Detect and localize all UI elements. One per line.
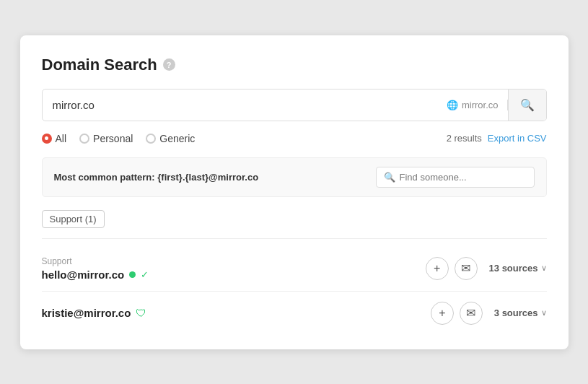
find-search-icon: 🔍 [384,172,395,183]
help-icon[interactable]: ? [163,58,175,71]
radio-personal [79,134,89,144]
mail-button-1[interactable]: ✉ [455,257,478,280]
table-row: Support hello@mirror.co ✓ + ✉ 13 sources… [42,249,547,288]
filter-all[interactable]: All [42,133,67,144]
mail-icon-1: ✉ [461,261,470,275]
domain-tag: 🌐 mirror.co [438,100,508,110]
chevron-down-icon-1: ∨ [541,263,547,273]
search-bar: 🌐 mirror.co 🔍 [42,89,547,121]
domain-search-card: Domain Search ? 🌐 mirror.co 🔍 All Person… [20,35,569,349]
filter-row: All Personal Generic 2 results Export in… [42,133,547,144]
email-left-1: Support hello@mirror.co ✓ [42,256,426,281]
globe-icon: 🌐 [447,100,458,110]
email-addr-row-2: kristie@mirror.co 🛡 [42,307,431,319]
table-row: kristie@mirror.co 🛡 + ✉ 3 sources ∨ [42,291,547,332]
email-category-1: Support [42,256,426,266]
filter-personal[interactable]: Personal [79,133,133,144]
find-input-wrap: 🔍 [376,167,535,188]
check-icon-1: ✓ [141,269,149,280]
search-button[interactable]: 🔍 [508,90,546,121]
plus-icon-1: + [434,262,440,275]
email-actions-2: + ✉ 3 sources ∨ [431,302,547,325]
add-button-1[interactable]: + [426,257,449,280]
sources-count-2: 3 sources [494,307,538,318]
category-tab[interactable]: Support (1) [42,210,105,228]
sources-toggle-2[interactable]: 3 sources ∨ [494,307,547,318]
results-info: 2 results Export in CSV [447,133,547,144]
header-row: Domain Search ? [42,56,547,74]
filter-generic[interactable]: Generic [146,133,195,144]
mail-button-2[interactable]: ✉ [460,302,483,325]
verified-shield-2: 🛡 [136,307,146,319]
add-button-2[interactable]: + [431,302,454,325]
chevron-down-icon-2: ∨ [541,308,547,318]
search-icon: 🔍 [520,98,535,112]
search-input[interactable] [43,90,438,120]
find-someone-input[interactable] [400,172,527,183]
filter-options: All Personal Generic [42,133,447,144]
mail-icon-2: ✉ [466,306,475,320]
export-csv-link[interactable]: Export in CSV [488,133,547,144]
sources-count-1: 13 sources [489,263,538,274]
email-left-2: kristie@mirror.co 🛡 [42,307,431,319]
email-address-1: hello@mirror.co [42,269,125,281]
email-address-2: kristie@mirror.co [42,307,131,319]
results-count: 2 results [447,133,482,144]
email-actions-1: + ✉ 13 sources ∨ [426,257,547,280]
email-addr-row-1: hello@mirror.co ✓ [42,269,426,281]
email-section: Support hello@mirror.co ✓ + ✉ 13 sources… [42,238,547,332]
pattern-row: Most common pattern: {first}.{last}@mirr… [42,157,547,197]
radio-generic [146,134,156,144]
radio-all [42,134,52,144]
verified-dot-1 [129,271,136,278]
sources-toggle-1[interactable]: 13 sources ∨ [489,263,547,274]
page-title: Domain Search [42,56,157,74]
pattern-text: Most common pattern: {first}.{last}@mirr… [54,172,376,183]
plus-icon-2: + [439,307,445,320]
